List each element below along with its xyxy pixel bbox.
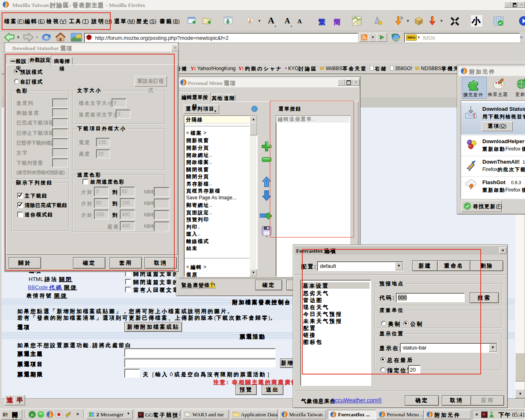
svg-text:µ: µ <box>31 412 34 417</box>
svg-text:i: i <box>254 107 255 111</box>
